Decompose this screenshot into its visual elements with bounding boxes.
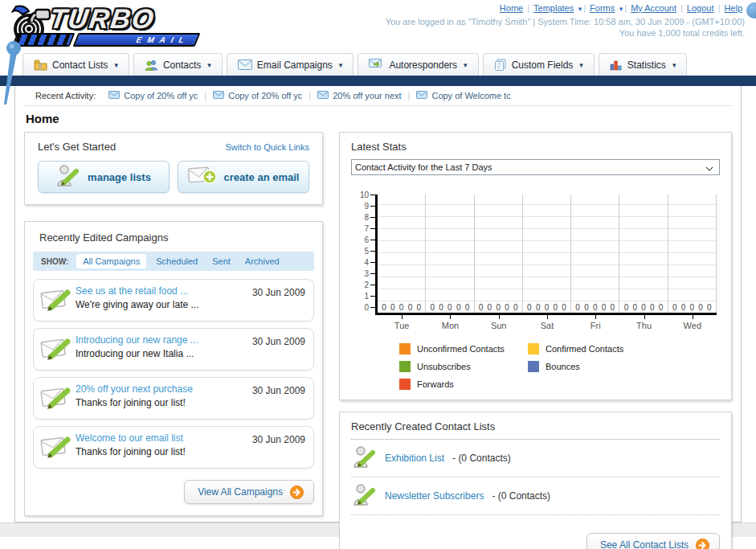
header-link-help[interactable]: Help [724, 3, 742, 13]
header-link-home[interactable]: Home [500, 3, 523, 13]
person-pencil-icon [353, 484, 377, 508]
contact-list-detail: - (0 Contacts) [452, 453, 511, 464]
chart-group-mon: 00000 [426, 195, 474, 313]
contact-list-row[interactable]: Exhibition List- (0 Contacts) [351, 440, 720, 477]
y-tick: 6 [354, 236, 375, 244]
value-label: 0 [447, 303, 452, 312]
campaign-title-link[interactable]: Introducing our new range ... [76, 334, 252, 346]
campaign-row[interactable]: 20% off your next purchaseThanks for joi… [33, 377, 314, 420]
tab-email-campaigns[interactable]: Email Campaigns▾ [227, 53, 354, 76]
recent-activity-link[interactable]: 20% off your next [333, 91, 401, 100]
filter-all-campaigns[interactable]: All Campaigns [76, 254, 146, 268]
legend-swatch [399, 343, 411, 354]
tab-contacts[interactable]: Contacts▾ [133, 53, 223, 76]
campaign-date: 30 Jun 2009 [252, 334, 305, 347]
activity-separator: | [309, 91, 311, 100]
header-link-my-account[interactable]: My Account [631, 3, 676, 13]
autoresponder-envelope-icon [369, 59, 384, 71]
credits-info: You have 1,000 total credits left. [386, 27, 745, 39]
chevron-down-icon: ▾ [579, 61, 583, 69]
tab-custom-fields[interactable]: Custom Fields▾ [483, 53, 595, 76]
campaign-row[interactable]: See us at the retail food ...We're givin… [33, 279, 314, 322]
help-balloon-icon[interactable] [746, 2, 756, 18]
x-axis-label-fri: Fri [571, 315, 619, 330]
switch-to-quick-links-link[interactable]: Switch to Quick Links [225, 142, 309, 152]
recent-activity-link[interactable]: Copy of 20% off yc [228, 91, 302, 100]
contact-list-row[interactable]: Newsletter Subscribers- (0 Contacts) [351, 477, 720, 515]
value-label: 0 [562, 303, 566, 312]
value-label: 0 [505, 303, 509, 312]
x-axis-label: Mon [442, 321, 459, 330]
campaign-title-link[interactable]: 20% off your next purchase [76, 383, 252, 395]
nav-separator: | [624, 3, 627, 13]
create-an-email-button[interactable]: create an email [178, 161, 309, 193]
tab-label: Contacts [163, 59, 201, 71]
person-pencil-icon [56, 165, 80, 189]
campaign-date: 30 Jun 2009 [252, 432, 305, 445]
login-info: You are logged in as "Timothy Smith" | S… [386, 16, 745, 27]
y-tick: 5 [354, 247, 375, 255]
filter-sent[interactable]: Sent [212, 256, 231, 266]
x-tick-mark [644, 315, 645, 319]
activity-separator: | [204, 91, 206, 100]
show-label: SHOW: [41, 257, 68, 266]
contact-lists-folder-icon [34, 59, 47, 71]
recent-activity-link[interactable]: Copy of 20% off yc [124, 91, 198, 100]
x-axis-label-mon: Mon [426, 315, 474, 330]
recent-activity-label: Recent Activity: [35, 91, 96, 100]
latest-stats-title: Latest Stats [351, 141, 720, 153]
manage-lists-button[interactable]: manage lists [38, 161, 170, 193]
campaign-title-link[interactable]: See us at the retail food ... [76, 285, 252, 297]
header-link-templates[interactable]: Templates [533, 3, 574, 13]
contact-list-link[interactable]: Exhibition List [385, 453, 444, 464]
tab-autoresponders[interactable]: Autoresponders▾ [358, 53, 478, 76]
campaign-date: 30 Jun 2009 [252, 383, 305, 396]
y-tick-label: 4 [364, 258, 369, 267]
value-labels-row: 00000 [475, 303, 522, 312]
see-all-contact-lists-label: See All Contact Lists [600, 539, 689, 549]
value-label: 0 [382, 303, 386, 312]
chevron-down-icon: ▾ [576, 5, 582, 13]
value-label: 0 [431, 303, 435, 312]
y-tick-label: 5 [364, 247, 369, 256]
x-axis-label-sat: Sat [523, 315, 571, 330]
mail-small-icon [317, 91, 329, 100]
see-all-contact-lists-button[interactable]: See All Contact Lists [586, 533, 720, 549]
custom-fields-pages-icon [494, 59, 507, 71]
contact-list-link[interactable]: Newsletter Subscribers [385, 490, 484, 502]
recent-activity-bar: Recent Activity: Copy of 20% off yc|Copy… [24, 86, 732, 106]
y-tick: 2 [354, 281, 375, 289]
campaign-row[interactable]: Welcome to our email listThanks for join… [33, 426, 314, 469]
campaign-row[interactable]: Introducing our new range ...Introducing… [33, 328, 314, 371]
header-link-logout[interactable]: Logout [687, 3, 714, 13]
view-all-campaigns-button[interactable]: View All Campaigns [184, 480, 314, 504]
envelope-pencil-icon [40, 285, 76, 315]
stats-report-select[interactable]: Contact Activity for the Last 7 Days [351, 159, 720, 175]
recent-activity-item[interactable]: Copy of 20% off yc [108, 91, 198, 100]
y-tick-label: 9 [364, 202, 369, 211]
value-label: 0 [575, 303, 580, 312]
recent-activity-items: Copy of 20% off yc|Copy of 20% off yc|20… [108, 91, 510, 100]
x-tick-mark [402, 315, 403, 319]
chevron-down-icon: ▾ [207, 61, 211, 69]
recently-created-contact-lists-panel: Recently Created Contact Lists Exhibitio… [339, 412, 732, 549]
chevron-down-icon: ▾ [339, 61, 343, 69]
chart-group-thu: 00000 [619, 195, 668, 313]
recent-activity-link[interactable]: Copy of Welcome tc [431, 91, 510, 100]
recent-activity-item[interactable]: Copy of Welcome tc [416, 91, 510, 100]
legend-label: Forwards [417, 379, 454, 389]
campaign-title-link[interactable]: Welcome to our email list [76, 432, 252, 444]
header-link-forms[interactable]: Forms [590, 3, 615, 13]
filter-archived[interactable]: Archived [245, 256, 280, 266]
get-started-title: Let's Get Started [38, 141, 116, 153]
campaigns-panel-title: Recently Edited Campaigns [39, 231, 314, 244]
y-tick-label: 7 [364, 224, 369, 233]
recent-activity-item[interactable]: 20% off your next [317, 91, 401, 100]
value-labels-row: 00000 [668, 303, 716, 312]
tab-statistics[interactable]: Statistics▾ [599, 53, 688, 76]
campaign-subtitle: Thanks for joining our list! [76, 397, 252, 408]
x-axis-label-sun: Sun [475, 315, 523, 330]
filter-scheduled[interactable]: Scheduled [156, 256, 198, 266]
recent-activity-item[interactable]: Copy of 20% off yc [213, 91, 302, 100]
tab-contact-lists[interactable]: Contact Lists▾ [22, 53, 129, 76]
